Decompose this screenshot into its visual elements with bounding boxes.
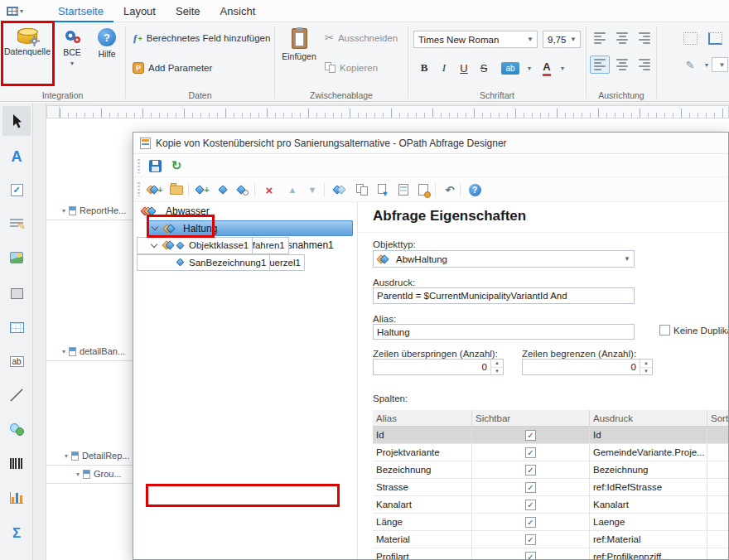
checkbox-icon[interactable]: ✓ bbox=[525, 447, 536, 458]
borders-button[interactable] bbox=[680, 29, 700, 47]
grid-cell-sortier[interactable] bbox=[707, 496, 728, 514]
grid-cell-sichtbar[interactable]: ✓ bbox=[472, 427, 590, 444]
tab-startseite[interactable]: Startseite bbox=[48, 0, 113, 22]
spin-up-icon[interactable]: ▲ bbox=[491, 360, 503, 368]
border-style-combo[interactable]: ▼ bbox=[712, 57, 728, 72]
help-icon[interactable]: ? bbox=[466, 181, 483, 198]
shape-tool[interactable] bbox=[2, 414, 31, 444]
grid-row-länge[interactable]: Länge✓Laenge bbox=[373, 514, 728, 531]
band-label[interactable]: ▾DetailRep... bbox=[65, 451, 130, 461]
grid-cell-alias[interactable]: Bezeichnung bbox=[373, 461, 472, 479]
grid-cell-ausdruck[interactable]: ref:IdRefStrasse bbox=[590, 479, 707, 496]
keine-duplikate-checkbox[interactable]: Keine Duplika bbox=[659, 325, 728, 336]
picture-tool[interactable] bbox=[2, 243, 31, 273]
band-label[interactable]: ▾ReportHe... bbox=[62, 205, 126, 215]
panel-tool[interactable] bbox=[2, 278, 31, 308]
settings-icon[interactable] bbox=[415, 181, 432, 198]
checkbox-icon[interactable]: ✓ bbox=[525, 517, 536, 528]
grid-row-material[interactable]: Material✓ref:Material bbox=[373, 531, 728, 548]
bold-button[interactable]: B bbox=[415, 59, 433, 77]
grid-cell-alias[interactable]: Strasse bbox=[373, 479, 472, 496]
tab-ansicht[interactable]: Ansicht bbox=[210, 0, 266, 22]
grid-cell-alias[interactable]: Id bbox=[373, 427, 472, 444]
richtext-tool[interactable]: ✎ bbox=[2, 209, 31, 239]
grid-cell-sortier[interactable] bbox=[707, 548, 728, 559]
ausschneiden-button[interactable]: ✂ Ausschneiden bbox=[325, 31, 398, 44]
report-icon[interactable] bbox=[395, 181, 412, 198]
grid-cell-sortier[interactable] bbox=[707, 427, 728, 444]
band-label[interactable]: ▾Grou... bbox=[76, 469, 122, 479]
align-top-right-button[interactable] bbox=[635, 29, 654, 47]
grid-header-ausdruck[interactable]: Ausdruck bbox=[590, 410, 707, 427]
band-label[interactable]: ▾detailBan... bbox=[62, 346, 125, 356]
einfuegen-button[interactable]: Einfügen bbox=[280, 25, 318, 86]
grid-cell-sichtbar[interactable]: ✓ bbox=[472, 496, 590, 514]
grid-cell-alias[interactable]: Material bbox=[373, 531, 472, 548]
grid-cell-ausdruck[interactable]: Laenge bbox=[590, 514, 707, 531]
chart-tool[interactable] bbox=[2, 483, 31, 513]
grid-cell-sichtbar[interactable]: ✓ bbox=[472, 444, 590, 461]
align-bottom-center-button[interactable] bbox=[612, 56, 632, 74]
grid-cell-sortier[interactable] bbox=[707, 444, 728, 461]
dialog-title-bar[interactable]: Kopie von Kostenübersicht pro Sanierungs… bbox=[133, 133, 728, 154]
sync-columns-icon[interactable] bbox=[331, 181, 347, 198]
checkbox-icon[interactable]: ✓ bbox=[525, 465, 536, 476]
grid-cell-sichtbar[interactable]: ✓ bbox=[472, 531, 590, 548]
barcode-tool[interactable] bbox=[2, 448, 31, 478]
refresh-icon[interactable]: ↻ bbox=[168, 157, 185, 174]
add-column-icon[interactable]: + bbox=[195, 181, 211, 198]
grid-header-sortier[interactable]: Sortier bbox=[707, 410, 728, 427]
grid-cell-alias[interactable]: Projektvariante bbox=[373, 444, 472, 461]
align-bottom-right-button[interactable] bbox=[635, 56, 654, 74]
grid-cell-ausdruck[interactable]: ref:Profilkennziff... bbox=[590, 548, 707, 559]
grid-cell-ausdruck[interactable]: Bezeichnung bbox=[590, 461, 707, 479]
borders-all-button[interactable] bbox=[705, 29, 725, 47]
grid-header-alias[interactable]: Alias bbox=[373, 410, 472, 427]
zeilen-begrenzen-spinner[interactable]: 0 ▲▼ bbox=[522, 359, 653, 375]
label-tool[interactable]: A bbox=[2, 142, 31, 171]
tree-node-haltung[interactable]: Haltung bbox=[137, 220, 355, 238]
checkbox-icon[interactable]: ✓ bbox=[525, 534, 536, 545]
spin-up-icon[interactable]: ▲ bbox=[640, 360, 652, 368]
checkbox-icon[interactable]: ✓ bbox=[525, 500, 536, 510]
datenquelle-button[interactable]: Datenquelle bbox=[3, 25, 51, 86]
align-top-center-button[interactable] bbox=[612, 29, 632, 47]
columns-grid[interactable]: AliasSichtbarAusdruckSortierId✓IdProjekt… bbox=[373, 410, 728, 559]
checkbox-icon[interactable]: ✓ bbox=[525, 430, 536, 441]
font-color-button[interactable]: A bbox=[538, 59, 556, 77]
grid-row-strasse[interactable]: Strasse✓ref:IdRefStrasse bbox=[373, 479, 728, 496]
grid-cell-ausdruck[interactable]: ref:Material bbox=[590, 531, 707, 548]
paste-icon[interactable]: ▼ bbox=[374, 181, 390, 198]
app-menu-button[interactable]: ▾ bbox=[5, 2, 31, 20]
line-tool[interactable] bbox=[2, 380, 31, 410]
chevron-down-icon[interactable] bbox=[152, 224, 158, 230]
grid-cell-sichtbar[interactable]: ✓ bbox=[472, 548, 590, 559]
checkbox-icon[interactable]: ✓ bbox=[525, 482, 536, 493]
grid-cell-alias[interactable]: Profilart bbox=[373, 548, 472, 559]
alias-input[interactable]: Haltung bbox=[373, 324, 635, 340]
move-up-icon[interactable]: ▲ bbox=[284, 181, 301, 198]
spinner-buttons[interactable]: ▲▼ bbox=[640, 360, 652, 374]
font-size-combo[interactable]: 9,75 ▼ bbox=[543, 31, 581, 48]
add-parameter-button[interactable]: P Add Parameter bbox=[133, 62, 212, 74]
spin-down-icon[interactable]: ▼ bbox=[640, 368, 652, 375]
add-query-icon[interactable]: + bbox=[147, 181, 163, 198]
query-tree[interactable]: AbwasserHaltungIdProjektvarianteBezeichn… bbox=[137, 203, 355, 559]
zeilen-ueberspringen-spinner[interactable]: 0 ▲▼ bbox=[373, 359, 504, 375]
grid-cell-sichtbar[interactable]: ✓ bbox=[472, 479, 590, 496]
grid-cell-ausdruck[interactable]: GemeindeVariante.Proje... bbox=[590, 444, 707, 461]
berechnetes-feld-button[interactable]: ƒ+ Berechnetes Feld hinzufügen bbox=[133, 31, 270, 45]
grid-cell-ausdruck[interactable]: Kanalart bbox=[590, 496, 707, 514]
table-tool[interactable] bbox=[2, 312, 31, 342]
bce-button[interactable]: BCE ▾ bbox=[56, 25, 88, 86]
column-icon[interactable] bbox=[215, 181, 231, 198]
copy-icon[interactable] bbox=[354, 181, 370, 198]
grid-row-kanalart[interactable]: Kanalart✓Kanalart bbox=[373, 496, 728, 514]
tree-root-abwasser[interactable]: Abwasser bbox=[137, 203, 355, 220]
grid-cell-sortier[interactable] bbox=[707, 514, 728, 531]
checkbox-tool[interactable]: ✓ bbox=[2, 175, 31, 205]
align-top-left-button[interactable] bbox=[590, 29, 610, 47]
grid-cell-ausdruck[interactable]: Id bbox=[590, 427, 707, 444]
grid-row-id[interactable]: Id✓Id bbox=[373, 427, 728, 444]
objekttyp-combo[interactable]: AbwHaltung ▼ bbox=[373, 250, 635, 268]
